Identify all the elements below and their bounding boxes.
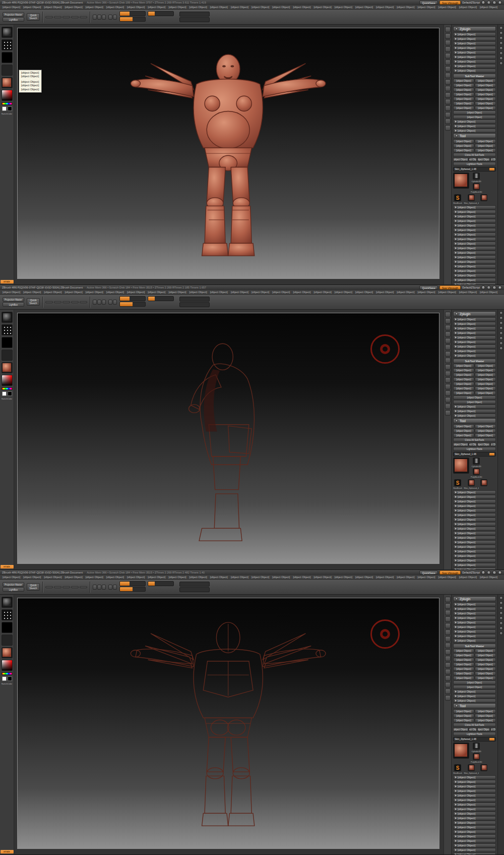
right-shelf-icon[interactable] [445,397,451,403]
right-shelf-icon[interactable] [445,597,451,602]
tool-section[interactable]: [object Object] [453,545,496,549]
tool-section[interactable]: [object Object] [453,784,496,788]
zplugin-item[interactable]: [object Object] [453,331,496,335]
right-shelf-icon[interactable] [445,675,451,681]
tool-mini-slider[interactable] [489,738,494,740]
tool-button[interactable]: [object Object] [475,148,496,152]
menu-item[interactable]: [object Object] [438,576,456,579]
zplugin-header[interactable]: Zplugin [453,26,496,31]
tool-section[interactable]: [object Object] [453,264,496,268]
stroke-thumbnail[interactable] [2,39,13,50]
subtool-master-button[interactable]: [object Object] [453,662,474,666]
zplugin-item[interactable]: [object Object] [453,340,496,344]
subtool-master-button[interactable]: [object Object] [453,658,474,662]
edge-tray-icon[interactable] [499,331,503,335]
current-brush-thumbnail[interactable] [2,597,13,608]
menu-item[interactable]: [object Object] [210,291,228,294]
zplugin-item[interactable]: [object Object] [453,620,496,624]
menu-item[interactable]: [object Object] [106,291,124,294]
subtool-master-button[interactable]: [object Object] [453,106,474,110]
clone-all-subtools-button[interactable]: Clone All SubTools [453,438,496,442]
polymesh3d-thumbnail[interactable] [473,753,480,760]
paint-mode-button[interactable] [97,300,101,305]
right-shelf-icon[interactable] [445,338,451,344]
subtool-master-button[interactable]: [object Object] [475,364,496,368]
zplugin-item[interactable]: [object Object] [453,625,496,629]
polymesh3d-thumbnail[interactable] [473,468,480,475]
ziphered-thumbnail[interactable] [468,194,475,201]
tool-section[interactable]: [object Object] [453,798,496,802]
tool-section[interactable]: [object Object] [453,558,496,562]
mode-button[interactable] [62,301,70,303]
mode-button[interactable] [45,586,53,588]
menu-item[interactable]: [object Object] [168,6,186,9]
menu-item[interactable]: [object Object] [148,6,165,9]
subtool-master-button[interactable]: [object Object] [453,382,474,386]
menu-item[interactable]: [object Object] [106,6,124,9]
edge-tray-icon[interactable] [499,596,503,600]
subtool-master-button[interactable]: [object Object] [453,97,474,101]
tool-section[interactable]: [object Object] [453,205,496,209]
zplugin-item[interactable]: [object Object] [453,335,496,339]
zplugin-item[interactable]: [object Object] [453,37,496,41]
subtool-master-button[interactable]: [object Object] [453,101,474,105]
right-shelf-icon[interactable] [445,351,451,357]
clone-all-subtools-button[interactable]: Clone All SubTools [453,153,496,157]
edge-tray-icon[interactable] [499,36,503,40]
subtool-master-header[interactable]: SubTool Master [453,359,496,363]
menu-item[interactable]: [object Object] [23,291,41,294]
tool-section[interactable]: [object Object] [453,843,496,847]
right-shelf-icon[interactable] [445,60,451,65]
menu-item[interactable]: [object Object] [314,291,332,294]
menu-item[interactable]: [object Object] [190,291,207,294]
menu-item[interactable]: [object Object] [210,576,228,579]
edge-tray-icon[interactable] [499,31,503,35]
right-shelf-icon[interactable] [445,695,451,701]
tool-button[interactable]: [object Object] [475,718,496,722]
right-shelf-icon[interactable] [445,345,451,350]
edge-tray-icon[interactable] [499,41,503,45]
edge-tray-icon[interactable] [499,46,503,50]
canvas[interactable]: [object Object][object Object][object Ob… [17,28,439,279]
material-thumbnail[interactable] [2,77,13,88]
tool-section[interactable]: [object Object] [453,518,496,522]
tool-section[interactable]: [object Object] [453,508,496,512]
menu-item[interactable]: [object Object] [293,576,310,579]
zplugin-item[interactable]: [object Object] [453,345,496,349]
subtool-master-button[interactable]: [object Object] [475,101,496,105]
tool-button[interactable]: [object Object] [475,144,496,148]
tool-section[interactable]: [object Object] [453,807,496,811]
cylinder3d-thumbnail[interactable] [473,173,480,180]
session-button[interactable]: Soo Vbrough [439,1,461,5]
alternate-button[interactable]: ernate [1,280,14,283]
primary-color-swatch[interactable] [2,391,7,396]
tool-section[interactable]: [object Object] [453,499,496,503]
quicksave-button[interactable]: QuickSave [419,1,438,5]
right-shelf-icon[interactable] [445,404,451,409]
subtool-master-button[interactable]: [object Object] [453,83,474,87]
menu-item[interactable]: [object Object] [417,6,435,9]
menu-item[interactable]: [object Object] [231,291,248,294]
right-shelf-icon[interactable] [445,33,451,39]
close-icon[interactable]: × [498,286,502,290]
tool-button[interactable]: [object Object] [453,148,474,152]
tool-section[interactable]: [object Object] [453,531,496,535]
goz-button[interactable]: [object Object] [477,157,490,161]
current-tool-bar[interactable]: Skin_Ziphered_1.48 [453,452,496,457]
texture-thumbnail[interactable] [2,65,13,76]
menu-item[interactable]: [object Object] [44,6,61,9]
mode-button[interactable] [80,586,87,588]
subtool-master-button[interactable]: [object Object] [475,88,496,92]
subtool-master-button[interactable]: [object Object] [453,377,474,381]
sculpt-mode-button[interactable] [108,15,112,20]
subtool-master-button[interactable]: [object Object] [475,658,496,662]
menu-item[interactable]: [object Object] [106,576,124,579]
edge-tray-icon[interactable] [499,26,503,30]
secondary-color-swatch[interactable] [8,391,12,396]
menu-item[interactable]: [object Object] [480,6,497,9]
mode-button[interactable] [54,301,61,303]
menu-item[interactable]: [object Object] [65,576,83,579]
lightbox-button[interactable]: LightBox [3,302,24,307]
tool-section[interactable]: [object Object] [453,214,496,218]
tool-button[interactable]: [object Object] [475,433,496,437]
